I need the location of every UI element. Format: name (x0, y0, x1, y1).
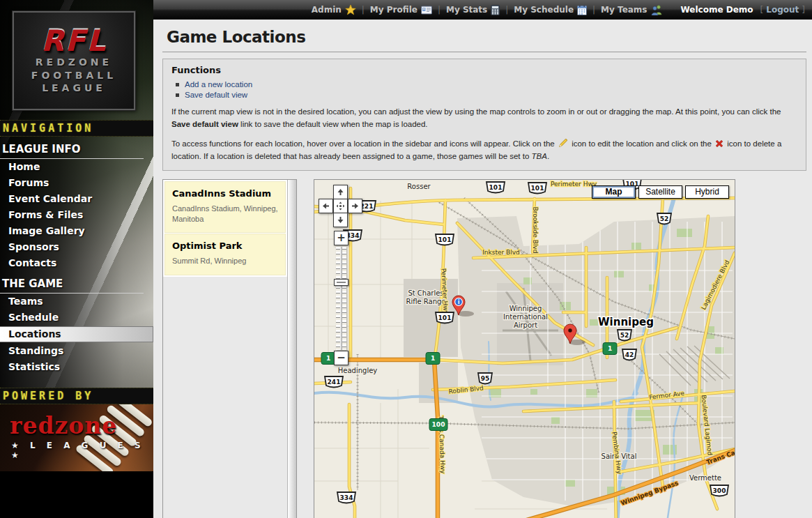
highway-shield-number: 101 (531, 185, 544, 192)
logout-bracket-open: [ (760, 5, 764, 15)
sidebar-item-locations[interactable]: Locations (0, 326, 153, 342)
pan-up-button[interactable] (333, 185, 348, 199)
center-view-icon (336, 201, 345, 211)
zoom-out-button[interactable]: − (334, 351, 348, 365)
edit-pencil-icon (558, 138, 568, 148)
tba-italic: TBA (532, 152, 547, 160)
map-canvas[interactable]: RosserSt CharlesRifle RangeWinnipegInter… (314, 180, 735, 518)
map-label: Airport (514, 321, 537, 329)
map-type-switcher: Map Satellite Hybrid (592, 185, 729, 199)
bullet-icon (176, 93, 179, 97)
arrow-left-icon (322, 202, 330, 210)
location-name: CanadInns Stadium (172, 188, 278, 199)
functions-link-list: Add a new location Save default view (176, 80, 797, 99)
map-label: Inkster Blvd (482, 249, 520, 256)
sidebar-item-contacts[interactable]: Contacts (0, 255, 153, 271)
highway-shield-number: 1 (326, 355, 330, 362)
section-header-league-info: LEAGUE INFO (0, 137, 144, 159)
highway-shield: 52 (657, 213, 671, 224)
map-panel: RosserSt CharlesRifle RangeWinnipegInter… (314, 179, 735, 518)
arrow-up-icon (337, 188, 344, 196)
topbar-separator: | (592, 5, 595, 15)
pan-down-button[interactable] (333, 213, 348, 227)
league-logo-abbr: RFL (41, 26, 107, 56)
paragraph-text: icon to edit the location and click on t… (569, 139, 714, 148)
welcome-user-label: Welcome Demo (681, 5, 753, 15)
my-teams-link[interactable]: My Teams (601, 5, 662, 15)
location-name: Optimist Park (172, 241, 278, 251)
highway-shield-number: 101 (489, 184, 503, 191)
my-profile-link[interactable]: My Profile (370, 5, 432, 15)
highway-shield-number: 101 (438, 314, 452, 321)
calculator-icon (491, 5, 500, 15)
my-schedule-link[interactable]: My Schedule (514, 5, 587, 15)
location-card-optimist-park[interactable]: Optimist Park Summit Rd, Winnipeg (164, 234, 286, 275)
zoom-slider-track[interactable] (336, 247, 346, 350)
paragraph-text: If the current map view is not in the de… (171, 107, 781, 116)
zoom-slider-handle[interactable] (334, 279, 348, 286)
sidebar-item-standings[interactable]: Standings (0, 343, 153, 359)
topbar-separator: | (505, 5, 508, 15)
map-label: Perimeter Hwy (551, 181, 597, 188)
paragraph-text: link to save the default view when the m… (238, 120, 428, 128)
pan-right-button[interactable] (348, 199, 362, 213)
topbar: Admin | My Profile | My Stats | My Sched… (153, 0, 812, 20)
sidebar-item-sponsors[interactable]: Sponsors (0, 239, 153, 255)
topbar-separator: | (438, 5, 441, 15)
arrow-right-icon (351, 202, 359, 210)
sidebar-item-home[interactable]: Home (0, 159, 153, 175)
sidebar-item-forums[interactable]: Forums (0, 175, 153, 191)
highway-shield-number: 1 (608, 345, 612, 352)
map-label: Brookside Blvd (532, 206, 539, 253)
highway-shield-number: 1 (431, 355, 435, 362)
map-type-hybrid-button[interactable]: Hybrid (685, 185, 729, 199)
redzone-leagues-logo: redzone ★ L E A G U E S ★ (0, 404, 153, 471)
navigation-marquee: NAVIGATION (0, 120, 153, 137)
sidebar-item-forms-files[interactable]: Forms & Files (0, 207, 153, 223)
paragraph-text: To access functions for each location, h… (171, 139, 557, 148)
my-teams-label: My Teams (601, 5, 647, 15)
map-type-map-button[interactable]: Map (592, 185, 636, 199)
redzone-brand-sub: ★ L E A G U E S ★ (11, 441, 153, 460)
highway-shield: 334 (337, 492, 355, 503)
highway-shield: 241 (325, 376, 343, 388)
star-icon (345, 4, 356, 15)
logout-link[interactable]: Logout (766, 5, 799, 15)
location-card-canadinns[interactable]: CanadInns Stadium CanadInns Stadium, Win… (164, 181, 286, 234)
highway-shield-number: 334 (340, 494, 353, 501)
my-stats-link[interactable]: My Stats (446, 5, 500, 15)
pan-left-button[interactable] (319, 199, 333, 213)
list-item: Add a new location (176, 80, 797, 89)
highway-shield-green: 1 (321, 352, 335, 364)
locations-list-panel: CanadInns Stadium CanadInns Stadium, Win… (162, 179, 297, 518)
league-logo: RFL REDZONE FOOTBALL LEAGUE (13, 11, 135, 110)
delete-x-icon (715, 139, 723, 148)
map-label: International (503, 313, 548, 321)
sidebar-item-teams[interactable]: Teams (0, 294, 153, 310)
app-window: RFL REDZONE FOOTBALL LEAGUE NAVIGATION L… (0, 0, 812, 518)
calendar-icon (577, 5, 587, 15)
sidebar-item-image-gallery[interactable]: Image Gallery (0, 223, 153, 239)
instructions-paragraph-2: To access functions for each location, h… (171, 137, 797, 163)
zoom-in-button[interactable]: + (334, 231, 348, 245)
functions-box: Functions Add a new location Save defaul… (162, 59, 806, 171)
map-type-satellite-button[interactable]: Satellite (638, 185, 682, 199)
logout-bracket-close: ] (802, 5, 805, 15)
highway-shield-number: 52 (620, 332, 629, 339)
vertical-scrollbar[interactable] (287, 180, 296, 518)
admin-link[interactable]: Admin (312, 4, 356, 15)
location-address: CanadInns Stadium, Winnipeg, Manitoba (172, 204, 278, 225)
main-content: Game Locations Functions Add a new locat… (153, 20, 812, 518)
people-icon (651, 5, 663, 15)
highway-shield-number: 100 (432, 421, 445, 428)
paragraph-text: . (547, 152, 549, 160)
sidebar-item-schedule[interactable]: Schedule (0, 310, 153, 326)
map-label: Headingley (338, 367, 378, 374)
map-label: Rosser (407, 183, 431, 190)
pan-center-button[interactable] (333, 199, 348, 213)
sidebar-item-event-calendar[interactable]: Event Calendar (0, 191, 153, 207)
league-logo-line1: REDZONE (36, 56, 112, 69)
add-location-link[interactable]: Add a new location (185, 80, 252, 89)
sidebar-item-statistics[interactable]: Statistics (0, 359, 153, 375)
save-default-view-link[interactable]: Save default view (185, 91, 247, 99)
